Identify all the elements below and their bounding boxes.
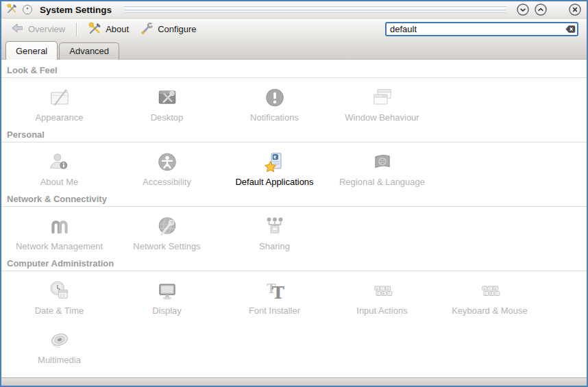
app-crossed-tools-icon bbox=[6, 3, 18, 16]
svg-text:j: j bbox=[377, 292, 378, 295]
clear-search-button[interactable] bbox=[565, 23, 576, 35]
maximize-button[interactable] bbox=[534, 3, 548, 16]
configure-button[interactable]: Configure bbox=[136, 19, 200, 40]
item-font-installer[interactable]: T T Font Installer bbox=[221, 271, 328, 321]
settings-content: Look & Feel Appearance bbox=[1, 60, 587, 377]
titlebar: System Settings bbox=[1, 1, 587, 18]
svg-text:i: i bbox=[382, 287, 382, 290]
svg-text:j: j bbox=[485, 292, 486, 295]
network-settings-icon bbox=[155, 214, 180, 239]
window-title: System Settings bbox=[40, 5, 112, 15]
section-grid-network: Network Management Network Settings bbox=[1, 207, 587, 256]
default-applications-icon bbox=[262, 150, 287, 175]
svg-text:l: l bbox=[389, 292, 389, 295]
window-menu-button[interactable] bbox=[22, 4, 33, 15]
window-behaviour-icon bbox=[370, 86, 395, 110]
minimize-button[interactable] bbox=[516, 3, 530, 16]
svg-text:l: l bbox=[496, 292, 497, 295]
wrench-icon bbox=[140, 21, 154, 38]
font-installer-icon: T T bbox=[262, 279, 287, 303]
chevron-down-icon bbox=[516, 3, 530, 16]
regional-language-icon bbox=[370, 150, 395, 175]
section-grid-look-and-feel: Appearance Desktop bbox=[1, 78, 587, 127]
back-arrow-icon bbox=[11, 21, 25, 37]
item-network-management[interactable]: Network Management bbox=[5, 207, 113, 256]
svg-text:i: i bbox=[489, 287, 490, 290]
display-icon bbox=[155, 279, 180, 303]
item-accessibility[interactable]: Accessibility bbox=[113, 142, 221, 192]
section-grid-personal: About Me Accessibility bbox=[1, 142, 587, 192]
sharing-icon bbox=[262, 214, 287, 239]
clear-backspace-icon bbox=[565, 23, 576, 35]
about-button[interactable]: About bbox=[84, 19, 133, 40]
item-notifications[interactable]: Notifications bbox=[221, 78, 328, 127]
keyboard-mouse-icon: uio jkl bbox=[478, 279, 502, 303]
svg-text:T: T bbox=[271, 283, 284, 303]
tabbar: General Advanced bbox=[1, 40, 587, 60]
system-settings-window: System Settings bbox=[0, 0, 588, 387]
item-display[interactable]: Display bbox=[113, 271, 221, 321]
item-input-actions[interactable]: uio jkl Input Actions bbox=[328, 271, 436, 321]
about-me-icon bbox=[47, 150, 72, 175]
item-about-me[interactable]: About Me bbox=[5, 142, 113, 192]
item-keyboard-mouse[interactable]: uio jkl Keyboard & Mouse bbox=[436, 271, 543, 321]
section-grid-computer-administration: Date & Time Display T T bbox=[1, 271, 587, 370]
appearance-icon bbox=[47, 86, 72, 110]
multimedia-icon bbox=[47, 328, 72, 353]
overview-button[interactable]: Overview bbox=[7, 19, 69, 39]
item-sharing[interactable]: Sharing bbox=[221, 207, 328, 256]
section-header-personal: Personal bbox=[1, 127, 587, 142]
titlebar-stripes bbox=[124, 5, 506, 14]
close-x-icon bbox=[568, 3, 582, 16]
desktop-icon bbox=[155, 86, 180, 110]
item-window-behaviour[interactable]: Window Behaviour bbox=[328, 78, 436, 127]
item-default-applications[interactable]: Default Applications bbox=[221, 142, 328, 192]
notifications-icon bbox=[262, 86, 287, 110]
item-network-settings[interactable]: Network Settings bbox=[113, 207, 221, 256]
chevron-up-icon bbox=[534, 3, 548, 16]
network-management-icon bbox=[47, 214, 72, 239]
section-header-network: Network & Connectivity bbox=[1, 192, 587, 207]
section-header-look-and-feel: Look & Feel bbox=[1, 63, 587, 78]
item-desktop[interactable]: Desktop bbox=[113, 78, 221, 127]
date-time-icon bbox=[47, 279, 72, 303]
close-button[interactable] bbox=[568, 3, 582, 16]
input-actions-icon: uio jkl bbox=[370, 279, 395, 303]
section-header-computer-administration: Computer Administration bbox=[1, 256, 587, 271]
crossed-tools-icon bbox=[88, 21, 102, 38]
toolbar-separator bbox=[76, 23, 77, 36]
item-date-time[interactable]: Date & Time bbox=[5, 271, 113, 321]
statusbar bbox=[1, 377, 587, 386]
item-appearance[interactable]: Appearance bbox=[5, 78, 113, 127]
search-field-wrap bbox=[385, 22, 578, 36]
item-multimedia[interactable]: Multimedia bbox=[5, 321, 113, 370]
tab-advanced[interactable]: Advanced bbox=[59, 42, 119, 60]
tab-general[interactable]: General bbox=[5, 41, 58, 60]
toolbar: Overview About bbox=[1, 18, 587, 40]
accessibility-icon bbox=[155, 150, 180, 175]
search-input[interactable] bbox=[385, 22, 578, 36]
item-regional-language[interactable]: Regional & Language bbox=[328, 142, 436, 192]
